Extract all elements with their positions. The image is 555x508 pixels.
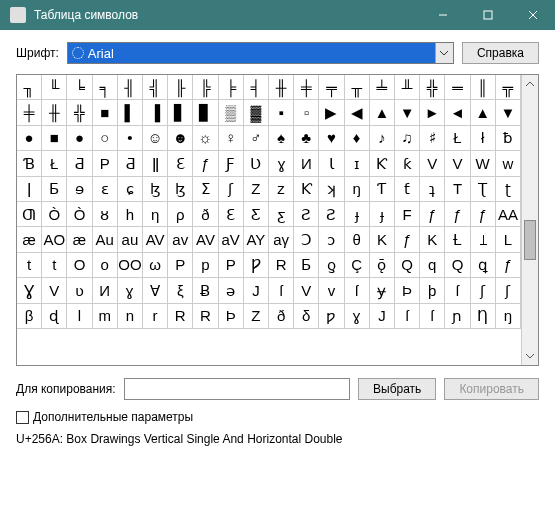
- char-cell[interactable]: þ: [420, 278, 445, 303]
- char-cell[interactable]: Ò: [67, 202, 92, 227]
- char-cell[interactable]: ð: [269, 304, 294, 329]
- char-cell[interactable]: ʋ: [67, 278, 92, 303]
- char-cell[interactable]: ɘ: [67, 177, 92, 202]
- char-cell[interactable]: И: [294, 151, 319, 176]
- char-cell[interactable]: η: [143, 202, 168, 227]
- char-cell[interactable]: ╖: [17, 75, 42, 100]
- char-cell[interactable]: h: [118, 202, 143, 227]
- char-cell[interactable]: Q: [395, 253, 420, 278]
- char-cell[interactable]: ╤: [319, 75, 344, 100]
- char-cell[interactable]: ɕ: [118, 177, 143, 202]
- select-button[interactable]: Выбрать: [358, 378, 436, 400]
- close-button[interactable]: [510, 0, 555, 30]
- char-cell[interactable]: Ƭ: [370, 177, 395, 202]
- char-cell[interactable]: v: [319, 278, 344, 303]
- char-cell[interactable]: ƍ: [319, 253, 344, 278]
- char-cell[interactable]: T: [445, 177, 470, 202]
- char-cell[interactable]: ƒ: [193, 151, 218, 176]
- char-cell[interactable]: Ƣ: [17, 202, 42, 227]
- char-cell[interactable]: ρ: [168, 202, 193, 227]
- char-cell[interactable]: Ł: [42, 151, 67, 176]
- char-cell[interactable]: ♂: [244, 126, 269, 151]
- char-cell[interactable]: ƒ: [445, 202, 470, 227]
- char-cell[interactable]: Q: [445, 253, 470, 278]
- char-cell[interactable]: ʇ: [420, 177, 445, 202]
- char-cell[interactable]: ■: [93, 100, 118, 125]
- char-cell[interactable]: P: [168, 253, 193, 278]
- char-cell[interactable]: ▐: [143, 100, 168, 125]
- char-cell[interactable]: AV: [143, 227, 168, 252]
- char-cell[interactable]: ●: [67, 126, 92, 151]
- char-cell[interactable]: Ƙ: [294, 177, 319, 202]
- char-cell[interactable]: Ɛ: [219, 202, 244, 227]
- char-cell[interactable]: Ƚ: [445, 227, 470, 252]
- char-cell[interactable]: K: [370, 227, 395, 252]
- char-cell[interactable]: ǭ: [370, 253, 395, 278]
- char-cell[interactable]: Þ: [219, 304, 244, 329]
- char-cell[interactable]: И: [93, 278, 118, 303]
- char-cell[interactable]: ╣: [143, 75, 168, 100]
- char-cell[interactable]: ɏ: [370, 278, 395, 303]
- char-cell[interactable]: ƒ: [420, 202, 445, 227]
- char-cell[interactable]: δ: [294, 304, 319, 329]
- char-cell[interactable]: •: [118, 126, 143, 151]
- char-cell[interactable]: p: [193, 253, 218, 278]
- scroll-thumb[interactable]: [524, 220, 536, 260]
- char-cell[interactable]: ▋: [168, 100, 193, 125]
- char-cell[interactable]: ▓: [244, 100, 269, 125]
- char-cell[interactable]: ▼: [496, 100, 521, 125]
- char-cell[interactable]: K: [420, 227, 445, 252]
- scroll-track[interactable]: [522, 92, 538, 348]
- char-cell[interactable]: ╡: [244, 75, 269, 100]
- char-cell[interactable]: Ʈ: [471, 177, 496, 202]
- char-cell[interactable]: V: [42, 278, 67, 303]
- char-cell[interactable]: ł: [471, 126, 496, 151]
- char-cell[interactable]: Ƹ: [244, 202, 269, 227]
- char-cell[interactable]: R: [269, 253, 294, 278]
- char-cell[interactable]: ʈ: [496, 177, 521, 202]
- char-cell[interactable]: ╠: [193, 75, 218, 100]
- char-cell[interactable]: ▒: [219, 100, 244, 125]
- char-cell[interactable]: ŋ: [496, 304, 521, 329]
- char-cell[interactable]: ║: [471, 75, 496, 100]
- char-cell[interactable]: ſ: [420, 304, 445, 329]
- char-cell[interactable]: ɣ: [345, 304, 370, 329]
- char-cell[interactable]: Ƃ: [42, 177, 67, 202]
- char-cell[interactable]: Ƨ: [294, 202, 319, 227]
- char-cell[interactable]: ♫: [395, 126, 420, 151]
- char-cell[interactable]: t: [17, 253, 42, 278]
- char-cell[interactable]: AY: [244, 227, 269, 252]
- char-cell[interactable]: au: [118, 227, 143, 252]
- char-cell[interactable]: Au: [93, 227, 118, 252]
- char-cell[interactable]: ▌: [118, 100, 143, 125]
- char-cell[interactable]: Ò: [42, 202, 67, 227]
- char-cell[interactable]: ɖ: [42, 304, 67, 329]
- char-cell[interactable]: ▊: [193, 100, 218, 125]
- char-cell[interactable]: ɮ: [143, 177, 168, 202]
- char-cell[interactable]: ʃ: [471, 278, 496, 303]
- char-cell[interactable]: o: [93, 253, 118, 278]
- char-cell[interactable]: ╦: [496, 75, 521, 100]
- char-cell[interactable]: Ƌ: [118, 151, 143, 176]
- char-cell[interactable]: ſ: [269, 278, 294, 303]
- char-cell[interactable]: ♠: [269, 126, 294, 151]
- minimize-button[interactable]: [420, 0, 465, 30]
- char-cell[interactable]: ξ: [168, 278, 193, 303]
- char-cell[interactable]: ♀: [219, 126, 244, 151]
- char-cell[interactable]: ▲: [471, 100, 496, 125]
- char-cell[interactable]: AV: [193, 227, 218, 252]
- char-cell[interactable]: Þ: [395, 278, 420, 303]
- char-cell[interactable]: ■: [42, 126, 67, 151]
- char-cell[interactable]: ▶: [319, 100, 344, 125]
- char-cell[interactable]: ◄: [445, 100, 470, 125]
- char-cell[interactable]: ○: [93, 126, 118, 151]
- char-cell[interactable]: R: [168, 304, 193, 329]
- char-cell[interactable]: ▫: [294, 100, 319, 125]
- char-cell[interactable]: Ƌ: [67, 151, 92, 176]
- char-cell[interactable]: β: [17, 304, 42, 329]
- char-cell[interactable]: W: [471, 151, 496, 176]
- char-cell[interactable]: ω: [143, 253, 168, 278]
- help-button[interactable]: Справка: [462, 42, 539, 64]
- char-cell[interactable]: Ɓ: [17, 151, 42, 176]
- char-cell[interactable]: ▼: [395, 100, 420, 125]
